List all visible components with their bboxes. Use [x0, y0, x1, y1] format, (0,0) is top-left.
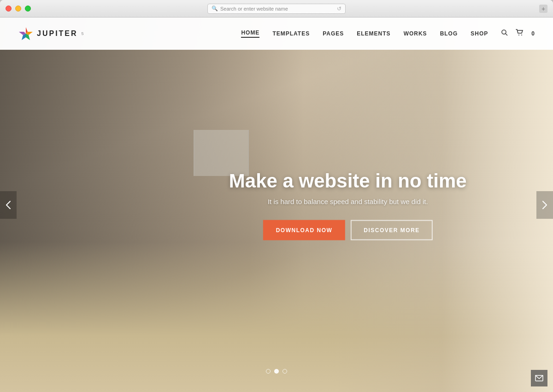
nav-elements[interactable]: ELEMENTS — [357, 30, 390, 37]
download-now-button[interactable]: DOWNLOAD NOW — [263, 220, 346, 240]
mac-titlebar: 🔍 Search or enter website name ↺ + — [0, 0, 553, 18]
cart-count: 0 — [531, 30, 535, 37]
nav-shop[interactable]: SHOP — [471, 30, 488, 37]
new-window-button[interactable]: + — [539, 5, 547, 13]
hero-title: Make a website in no time — [229, 170, 467, 192]
svg-point-4 — [521, 35, 522, 35]
slider-next-button[interactable] — [536, 191, 553, 219]
nav-home[interactable]: HOME — [241, 29, 259, 38]
nav-icons: 0 — [501, 29, 535, 38]
email-widget-button[interactable] — [531, 370, 547, 386]
reload-icon[interactable]: ↺ — [337, 6, 341, 12]
svg-line-2 — [506, 34, 507, 35]
slide-dots — [266, 369, 287, 374]
slide-dot-3[interactable] — [282, 369, 287, 374]
logo-star-icon — [18, 26, 33, 41]
logo-version: 5 — [82, 31, 84, 36]
nav-pages[interactable]: PAGES — [323, 30, 344, 37]
hero-section: Make a website in no time It is hard to … — [229, 170, 467, 240]
slide-dot-2[interactable] — [274, 369, 279, 374]
site-nav: HOME TEMPLATES PAGES ELEMENTS WORKS BLOG… — [241, 29, 535, 38]
hero-buttons: DOWNLOAD NOW DISCOVER MORE — [229, 220, 467, 240]
nav-blog[interactable]: BLOG — [440, 30, 458, 37]
nav-templates[interactable]: TEMPLATES — [272, 30, 310, 37]
hero-subtitle: It is hard to balance speed and stabilit… — [229, 197, 467, 205]
logo-text: JUPITER — [37, 29, 78, 38]
radiator-decoration — [194, 130, 249, 176]
slider-prev-button[interactable] — [0, 191, 17, 219]
slide-dot-1[interactable] — [266, 369, 271, 374]
mac-window: 🔍 Search or enter website name ↺ + — [0, 0, 553, 392]
browser-content: JUPITER 5 HOME TEMPLATES PAGES ELEMENTS … — [0, 18, 553, 392]
minimize-button[interactable] — [15, 6, 21, 12]
search-icon: 🔍 — [212, 6, 218, 12]
discover-more-button[interactable]: DISCOVER MORE — [351, 220, 433, 240]
svg-point-3 — [518, 35, 519, 35]
nav-works[interactable]: WORKS — [404, 30, 427, 37]
svg-point-1 — [502, 30, 506, 34]
address-bar[interactable]: 🔍 Search or enter website name ↺ — [207, 4, 346, 14]
cart-nav-icon[interactable] — [516, 29, 524, 38]
search-nav-icon[interactable] — [501, 29, 508, 38]
maximize-button[interactable] — [25, 6, 31, 12]
close-button[interactable] — [6, 6, 12, 12]
address-text: Search or enter website name — [220, 6, 335, 12]
logo[interactable]: JUPITER 5 — [18, 26, 84, 41]
site-header: JUPITER 5 HOME TEMPLATES PAGES ELEMENTS … — [0, 18, 553, 50]
